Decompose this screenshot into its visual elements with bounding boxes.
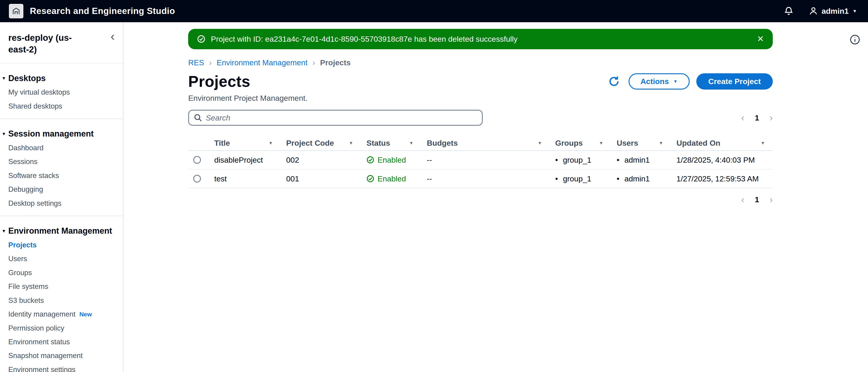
flash-message: Project with ID: ea231a4c-7e01-4d1c-8590…	[211, 35, 518, 44]
section-expand-icon: ▼	[2, 228, 6, 234]
cell-status: Enabled	[361, 155, 422, 165]
cell-groups: •group_1	[550, 174, 611, 183]
main-content: Project with ID: ea231a4c-7e01-4d1c-8590…	[123, 22, 868, 372]
user-name: admin1	[822, 7, 849, 16]
sidebar-item-desktop-settings[interactable]: Desktop settings	[8, 199, 115, 208]
breadcrumb-projects: Projects	[320, 58, 351, 67]
status-enabled-icon	[367, 156, 374, 164]
actions-button[interactable]: Actions ▼	[628, 73, 690, 90]
refresh-button[interactable]	[607, 74, 622, 89]
chevron-down-icon: ▼	[852, 9, 857, 13]
section-expand-icon: ▼	[2, 76, 6, 81]
select-all-column	[188, 136, 209, 150]
divider	[0, 118, 123, 119]
column-filter-icon[interactable]: ▼	[537, 140, 542, 146]
column-filter-icon[interactable]: ▼	[599, 140, 603, 146]
sidebar-item-debugging[interactable]: Debugging	[8, 185, 115, 194]
status-enabled-icon	[367, 175, 374, 182]
sidebar-item-sessions[interactable]: Sessions	[8, 158, 115, 166]
chevron-right-icon: ›	[209, 58, 212, 67]
divider	[0, 63, 123, 63]
sidebar-item-s3-buckets[interactable]: S3 buckets	[8, 296, 115, 305]
table-header-row: Title ▼ Project Code ▼ Status ▼ Budget	[188, 136, 773, 151]
column-filter-icon[interactable]: ▼	[409, 140, 413, 146]
column-status: Status ▼	[361, 136, 422, 150]
cell-users: •admin1	[611, 155, 671, 165]
app-title[interactable]: Research and Engineering Studio	[30, 6, 175, 16]
cell-budgets: --	[421, 155, 550, 165]
sidebar-item-shared-desktops[interactable]: Shared desktops	[8, 102, 115, 111]
create-project-button[interactable]: Create Project	[696, 73, 773, 90]
top-navigation: Research and Engineering Studio admin1 ▼	[0, 0, 868, 22]
pagination-top: ‹ 1 ›	[741, 113, 773, 122]
sidebar-item-permission-policy[interactable]: Permission policy	[8, 324, 115, 333]
section-session-management[interactable]: ▼ Session management	[8, 129, 115, 139]
column-updated-on: Updated On ▼	[671, 136, 773, 150]
sidebar-collapse-icon[interactable]: ‹	[111, 32, 115, 41]
close-icon[interactable]: ✕	[757, 35, 764, 43]
previous-page-icon[interactable]: ‹	[741, 195, 744, 204]
next-page-icon[interactable]: ›	[770, 113, 773, 122]
column-users: Users ▼	[611, 136, 671, 150]
sidebar-item-users[interactable]: Users	[8, 255, 115, 263]
flash-success: Project with ID: ea231a4c-7e01-4d1c-8590…	[188, 29, 773, 49]
chevron-right-icon: ›	[312, 58, 315, 67]
section-expand-icon: ▼	[2, 131, 6, 137]
cell-status: Enabled	[361, 174, 422, 183]
sidebar-item-file-systems[interactable]: File systems	[8, 282, 115, 291]
user-icon	[809, 7, 818, 16]
breadcrumb-environment-management[interactable]: Environment Management	[217, 58, 308, 67]
column-filter-icon[interactable]: ▼	[349, 140, 353, 146]
page-number[interactable]: 1	[755, 113, 759, 122]
cell-updated-on: 1/27/2025, 12:59:53 AM	[671, 174, 773, 183]
pagination-bottom: ‹ 1 ›	[741, 195, 773, 204]
sidebar-item-environment-settings[interactable]: Environment settings	[8, 365, 115, 372]
chevron-down-icon: ▼	[673, 79, 678, 84]
cell-updated-on: 1/28/2025, 4:40:03 PM	[671, 155, 773, 165]
breadcrumb: RES › Environment Management › Projects	[188, 58, 773, 67]
breadcrumb-res[interactable]: RES	[188, 58, 204, 67]
cell-title: disableProject	[209, 155, 281, 165]
section-environment-management[interactable]: ▼ Environment Management	[8, 226, 115, 236]
cell-project-code: 002	[281, 155, 361, 165]
section-desktops[interactable]: ▼ Desktops	[8, 74, 115, 83]
page-title: Projects	[188, 73, 250, 90]
column-filter-icon[interactable]: ▼	[761, 140, 765, 146]
user-menu[interactable]: admin1 ▼	[809, 7, 857, 16]
sidebar-item-groups[interactable]: Groups	[8, 268, 115, 277]
info-icon[interactable]	[850, 34, 860, 47]
new-badge: New	[80, 310, 92, 319]
column-budgets: Budgets ▼	[421, 136, 550, 150]
cell-title: test	[209, 174, 281, 183]
deployment-title: res-deploy (us-east-2)	[8, 32, 86, 55]
cell-budgets: --	[421, 174, 550, 183]
page-description: Environment Project Management.	[188, 94, 773, 103]
page-number[interactable]: 1	[755, 195, 759, 204]
app-window: Research and Engineering Studio admin1 ▼	[0, 0, 868, 372]
sidebar-item-snapshot-management[interactable]: Snapshot management	[8, 351, 115, 360]
row-radio-button[interactable]	[193, 175, 201, 182]
sidebar-item-dashboard[interactable]: Dashboard	[8, 144, 115, 152]
res-logo-icon	[9, 4, 23, 18]
success-check-icon	[197, 35, 205, 43]
sidebar-item-environment-status[interactable]: Environment status	[8, 338, 115, 347]
projects-table: Title ▼ Project Code ▼ Status ▼ Budget	[188, 136, 773, 189]
sidebar-item-my-virtual-desktops[interactable]: My virtual desktops	[8, 88, 115, 97]
column-groups: Groups ▼	[550, 136, 611, 150]
table-row: test 001 Enabled -- •g	[188, 170, 773, 188]
search-input[interactable]	[206, 113, 477, 122]
column-filter-icon[interactable]: ▼	[269, 140, 273, 146]
sidebar-item-identity-management[interactable]: Identity management New	[8, 310, 115, 319]
sidebar-item-projects[interactable]: Projects	[8, 241, 115, 250]
row-radio-button[interactable]	[193, 156, 201, 164]
table-row: disableProject 002 Enabled --	[188, 151, 773, 170]
column-project-code: Project Code ▼	[281, 136, 361, 150]
column-title: Title ▼	[209, 136, 281, 150]
search-icon	[194, 114, 202, 122]
sidebar-item-software-stacks[interactable]: Software stacks	[8, 171, 115, 180]
cell-users: •admin1	[611, 174, 671, 183]
column-filter-icon[interactable]: ▼	[659, 140, 663, 146]
previous-page-icon[interactable]: ‹	[741, 113, 744, 122]
notifications-bell-icon[interactable]	[784, 6, 794, 16]
next-page-icon[interactable]: ›	[770, 195, 773, 204]
